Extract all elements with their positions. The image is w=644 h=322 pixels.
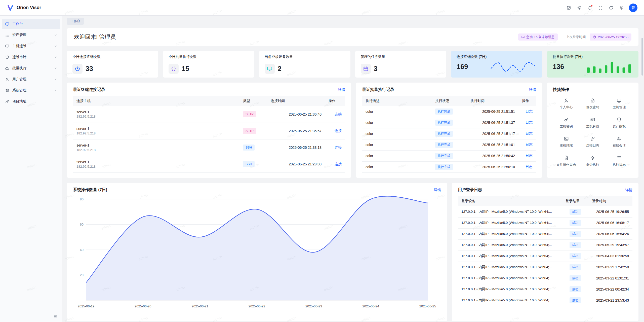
brand[interactable]: Orion Visor bbox=[7, 4, 41, 12]
log-link[interactable]: 日志 bbox=[526, 109, 533, 113]
sidebar-item-system-mgmt[interactable]: 系统管理 bbox=[2, 85, 60, 96]
exec-time: 2025-06-25 21:50:10 bbox=[467, 161, 518, 172]
settings-icon[interactable] bbox=[617, 4, 626, 12]
login-log-row: 127.0.0.1 - 内网IP - Mozilla/5.0 (Windows … bbox=[458, 295, 632, 306]
sidebar: 工作台 资产管理 主机运维 bbox=[0, 16, 62, 322]
unread-messages-chip[interactable]: 您有 15 条未读消息 bbox=[518, 33, 558, 41]
connect-link[interactable]: 连接 bbox=[335, 145, 342, 149]
login-time: 2025-03-21 23:53:43 bbox=[588, 295, 632, 306]
protocol-badge: SFTP bbox=[243, 128, 256, 134]
theme-light-icon[interactable] bbox=[575, 4, 584, 12]
connect-time: 2025-06-25 21:29:00 bbox=[267, 156, 325, 172]
login-time: 2025-03-22 01:01:31 bbox=[588, 273, 632, 284]
refresh-icon[interactable] bbox=[607, 4, 615, 12]
list-icon bbox=[617, 155, 622, 160]
connect-link[interactable]: 连接 bbox=[335, 129, 342, 133]
sidebar-item-host-ops[interactable]: 主机运维 bbox=[2, 41, 60, 51]
fullscreen-icon[interactable] bbox=[596, 4, 605, 12]
login-log-row: 127.0.0.1 - 内网IP - Mozilla/5.0 (Windows … bbox=[458, 239, 632, 251]
terminal-records-card: 最近终端连接记录 详情 连接主机 类型 连接时间 操作 bbox=[67, 83, 351, 178]
log-link[interactable]: 日志 bbox=[526, 154, 533, 158]
exec-time: 2025-06-25 21:51:37 bbox=[467, 117, 518, 128]
quick-action-item[interactable]: 文件操作日志 bbox=[553, 155, 579, 167]
system-chart-detail-link[interactable]: 详情 bbox=[434, 188, 441, 192]
quick-action-item[interactable]: 连接日志 bbox=[579, 136, 606, 148]
log-link[interactable]: 日志 bbox=[526, 131, 533, 135]
quick-action-item[interactable]: 资产授权 bbox=[606, 117, 632, 129]
quick-action-item[interactable]: 主机管理 bbox=[606, 98, 632, 110]
sidebar-collapse-button[interactable] bbox=[53, 313, 59, 319]
connect-link[interactable]: 连接 bbox=[335, 112, 342, 116]
gear-icon bbox=[619, 6, 624, 10]
stat-value: 15 bbox=[182, 65, 189, 73]
notifications-icon[interactable] bbox=[586, 4, 594, 12]
terminal-record-row: server-1182.92.5.218 SSH 2025-06-25 21:3… bbox=[73, 139, 345, 156]
quick-action-item[interactable]: 主机身份 bbox=[579, 117, 606, 129]
monitor-icon bbox=[267, 66, 272, 71]
login-log-detail-link[interactable]: 详情 bbox=[625, 188, 632, 192]
svg-text:2025-06-23: 2025-06-23 bbox=[305, 304, 322, 308]
sidebar-item-project-url[interactable]: 项目地址 bbox=[2, 96, 60, 107]
clock-icon bbox=[75, 66, 80, 71]
user-avatar[interactable]: 管 bbox=[629, 4, 637, 12]
login-time: 2025-04-03 01:36:58 bbox=[588, 251, 632, 262]
svg-text:60: 60 bbox=[80, 223, 84, 226]
login-log-table: 登录设备 登录结果 登录时间 127.0.0.1 - 内网IP - Mozill… bbox=[458, 196, 632, 306]
quick-action-item[interactable]: 主机密钥 bbox=[553, 117, 579, 129]
lightning-icon bbox=[590, 155, 595, 160]
exec-time: 2025-06-25 21:50:42 bbox=[467, 150, 518, 161]
stat-card: 当前登录设备数量 2 bbox=[259, 51, 350, 78]
shield-icon bbox=[5, 55, 9, 59]
select-square-icon[interactable] bbox=[565, 4, 573, 12]
chevron-down-icon bbox=[54, 33, 57, 37]
terminal-records-detail-link[interactable]: 详情 bbox=[338, 88, 345, 92]
login-result-badge: 成功 bbox=[570, 286, 581, 292]
login-log-row: 127.0.0.1 - 内网IP - Mozilla/5.0 (Windows … bbox=[458, 217, 632, 228]
col-type: 类型 bbox=[239, 96, 267, 106]
exec-status-badge: 执行完成 bbox=[435, 153, 453, 159]
log-link[interactable]: 日志 bbox=[526, 165, 533, 169]
cloud-icon bbox=[5, 66, 9, 70]
sidebar-item-batch-exec[interactable]: 批量执行 bbox=[2, 63, 60, 74]
quick-action-item[interactable]: 修改密码 bbox=[579, 98, 606, 110]
log-link[interactable]: 日志 bbox=[526, 142, 533, 147]
batch-records-detail-link[interactable]: 详情 bbox=[529, 88, 536, 92]
stat-value: 2 bbox=[278, 65, 281, 73]
fullscreen-icon bbox=[598, 6, 603, 10]
quick-action-item[interactable]: 命令执行 bbox=[579, 155, 606, 167]
batch-record-row: color 执行完成 2025-06-25 21:51:37 日志 bbox=[362, 117, 536, 128]
login-device: 127.0.0.1 - 内网IP - Mozilla/5.0 (Windows … bbox=[458, 239, 562, 251]
quick-action-item[interactable]: 个人中心 bbox=[553, 98, 579, 110]
stat-value: 169 bbox=[457, 63, 468, 71]
log-link[interactable]: 日志 bbox=[526, 120, 533, 124]
breadcrumb-item-workbench[interactable]: 工作台 bbox=[67, 18, 84, 25]
key-icon bbox=[564, 117, 569, 122]
card-title: 系统操作数量 (7日) bbox=[73, 187, 107, 193]
sidebar-item-ops-audit[interactable]: 运维审计 bbox=[2, 52, 60, 62]
batch-record-row: color 执行完成 2025-06-25 21:50:42 日志 bbox=[362, 150, 536, 161]
middle-row: 最近终端连接记录 详情 连接主机 类型 连接时间 操作 bbox=[67, 83, 638, 178]
unread-messages-text: 您有 15 条未读消息 bbox=[527, 35, 555, 39]
host-name: server-1 bbox=[76, 110, 236, 115]
message-icon bbox=[521, 35, 525, 39]
login-log-row: 127.0.0.1 - 内网IP - Mozilla/5.0 (Windows … bbox=[458, 251, 632, 262]
chevron-down-icon bbox=[54, 67, 57, 70]
sidebar-item-asset-mgmt[interactable]: 资产管理 bbox=[2, 30, 60, 40]
sidebar-nav: 工作台 资产管理 主机运维 bbox=[0, 16, 62, 311]
stat-card: 管理的任务数量 3 bbox=[355, 51, 447, 78]
quick-action-label: 执行日志 bbox=[613, 162, 626, 167]
login-result-badge: 成功 bbox=[570, 209, 581, 215]
scrollbar-thumb[interactable] bbox=[641, 38, 643, 76]
gear-icon bbox=[5, 88, 9, 93]
connect-link[interactable]: 连接 bbox=[335, 162, 342, 166]
quick-action-item[interactable]: 主机终端 bbox=[553, 136, 579, 148]
chevron-down-icon bbox=[54, 56, 57, 59]
stat-card-terminal-week: 连接终端次数 (7日) 169 bbox=[451, 51, 542, 78]
stat-label: 管理的任务数量 bbox=[361, 55, 441, 59]
check-square-icon bbox=[567, 6, 571, 10]
sidebar-item-workbench[interactable]: 工作台 bbox=[2, 19, 60, 29]
quick-action-item[interactable]: 在线会话 bbox=[606, 136, 632, 148]
quick-action-item[interactable]: 执行日志 bbox=[606, 155, 632, 167]
col-exec-status: 执行状态 bbox=[432, 96, 467, 106]
sidebar-item-user-mgmt[interactable]: 用户管理 bbox=[2, 74, 60, 85]
